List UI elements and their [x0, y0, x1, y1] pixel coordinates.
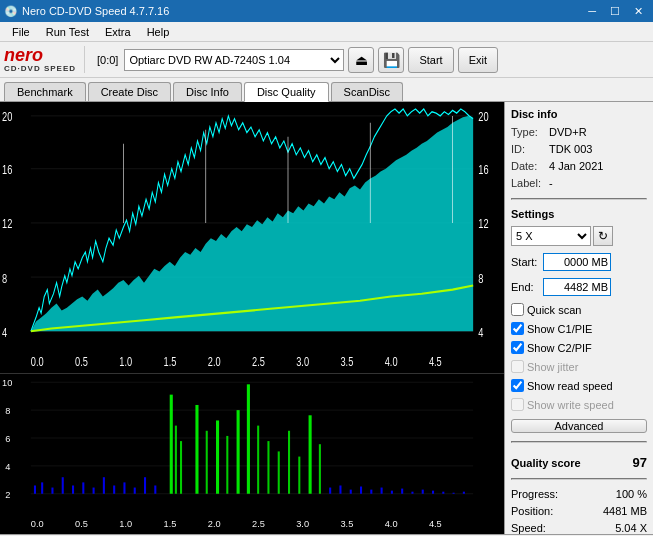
menu-bar: File Run Test Extra Help	[0, 22, 653, 42]
menu-file[interactable]: File	[4, 24, 38, 40]
upper-chart-svg: 20 16 12 8 4 20 16 12 8 4 0.0 0.5 1.0 1.…	[0, 102, 504, 373]
end-row: End:	[511, 278, 647, 296]
svg-text:2: 2	[5, 490, 10, 500]
show-c1pie-label: Show C1/PIE	[527, 323, 592, 335]
svg-rect-69	[195, 405, 198, 494]
svg-rect-92	[432, 491, 434, 494]
svg-rect-90	[411, 492, 413, 494]
progress-row: Progress: 100 %	[511, 488, 647, 500]
position-value: 4481 MB	[603, 505, 647, 517]
menu-run-test[interactable]: Run Test	[38, 24, 97, 40]
close-button[interactable]: ✕	[628, 4, 649, 19]
tab-benchmark[interactable]: Benchmark	[4, 82, 86, 101]
show-read-speed-label: Show read speed	[527, 380, 613, 392]
svg-text:3.5: 3.5	[340, 355, 353, 369]
svg-rect-55	[51, 488, 53, 494]
show-c2pif-checkbox[interactable]	[511, 341, 524, 354]
end-label: End:	[511, 281, 543, 293]
svg-text:1.5: 1.5	[164, 355, 177, 369]
start-button[interactable]: Start	[408, 47, 453, 73]
menu-help[interactable]: Help	[139, 24, 178, 40]
start-label: Start:	[511, 256, 543, 268]
svg-rect-89	[401, 489, 403, 494]
svg-text:20: 20	[478, 110, 488, 124]
drive-label: [0:0]	[97, 54, 118, 66]
disc-type-row: Type: DVD+R	[511, 126, 647, 138]
svg-text:4.0: 4.0	[385, 519, 398, 529]
disc-date-value: 4 Jan 2021	[549, 160, 603, 172]
tab-disc-info[interactable]: Disc Info	[173, 82, 242, 101]
show-jitter-checkbox[interactable]	[511, 360, 524, 373]
drive-select[interactable]: Optiarc DVD RW AD-7240S 1.04	[124, 49, 344, 71]
svg-rect-53	[34, 485, 36, 493]
show-write-speed-label: Show write speed	[527, 399, 614, 411]
tab-disc-quality[interactable]: Disc Quality	[244, 82, 329, 102]
svg-rect-77	[278, 451, 280, 493]
svg-rect-75	[257, 426, 259, 494]
svg-rect-85	[360, 487, 362, 494]
speed-select[interactable]: 5 X 1 X 2 X 4 X 8 X MAX	[511, 226, 591, 246]
svg-rect-61	[113, 485, 115, 493]
svg-rect-70	[206, 431, 208, 494]
svg-rect-91	[422, 490, 424, 494]
disc-label-label: Label:	[511, 177, 549, 189]
speed-row: 5 X 1 X 2 X 4 X 8 X MAX ↻	[511, 226, 647, 246]
svg-text:8: 8	[478, 271, 483, 285]
svg-rect-81	[319, 444, 321, 494]
svg-text:12: 12	[478, 217, 488, 231]
svg-text:0.0: 0.0	[31, 355, 44, 369]
show-c1pie-row: Show C1/PIE	[511, 322, 647, 335]
svg-rect-62	[123, 482, 125, 493]
quick-scan-label: Quick scan	[527, 304, 581, 316]
menu-extra[interactable]: Extra	[97, 24, 139, 40]
svg-text:2.0: 2.0	[208, 519, 221, 529]
svg-rect-57	[72, 485, 74, 493]
svg-rect-93	[442, 492, 444, 494]
show-write-speed-row: Show write speed	[511, 398, 647, 411]
refresh-button[interactable]: ↻	[593, 226, 613, 246]
minimize-button[interactable]: ─	[582, 4, 602, 19]
end-input[interactable]	[543, 278, 611, 296]
svg-text:4.5: 4.5	[429, 519, 442, 529]
svg-rect-82	[329, 488, 331, 494]
save-button[interactable]: 💾	[378, 47, 404, 73]
maximize-button[interactable]: ☐	[604, 4, 626, 19]
svg-rect-73	[237, 410, 240, 494]
speed-label: Speed:	[511, 522, 546, 534]
svg-rect-58	[82, 482, 84, 493]
upper-chart: 20 16 12 8 4 20 16 12 8 4 0.0 0.5 1.0 1.…	[0, 102, 504, 374]
advanced-button[interactable]: Advanced	[511, 419, 647, 433]
show-jitter-label: Show jitter	[527, 361, 578, 373]
disc-type-value: DVD+R	[549, 126, 587, 138]
svg-rect-71	[216, 420, 219, 493]
start-input[interactable]	[543, 253, 611, 271]
svg-text:16: 16	[2, 163, 12, 177]
quick-scan-checkbox[interactable]	[511, 303, 524, 316]
show-read-speed-checkbox[interactable]	[511, 379, 524, 392]
svg-text:2.5: 2.5	[252, 355, 265, 369]
disc-label-value: -	[549, 177, 553, 189]
tab-scan-disc[interactable]: ScanDisc	[331, 82, 403, 101]
svg-rect-78	[288, 431, 290, 494]
svg-text:1.0: 1.0	[119, 355, 132, 369]
svg-rect-83	[339, 485, 341, 493]
tab-create-disc[interactable]: Create Disc	[88, 82, 171, 101]
disc-label-row: Label: -	[511, 177, 647, 189]
svg-text:8: 8	[5, 406, 10, 416]
svg-rect-63	[134, 488, 136, 494]
title-bar: 💿 Nero CD-DVD Speed 4.7.7.16 ─ ☐ ✕	[0, 0, 653, 22]
app-icon: 💿	[4, 5, 18, 18]
svg-text:1.0: 1.0	[119, 519, 132, 529]
svg-text:3.0: 3.0	[296, 519, 309, 529]
svg-text:0.5: 0.5	[75, 355, 88, 369]
disc-id-value: TDK 003	[549, 143, 592, 155]
logo-area: nero CD·DVD SPEED	[4, 46, 85, 73]
svg-rect-59	[93, 488, 95, 494]
show-c1pie-checkbox[interactable]	[511, 322, 524, 335]
lower-chart: 10 8 6 4 2 0.0 0.5 1.0 1.5 2.0 2.5 3.0 3…	[0, 374, 504, 534]
eject-button[interactable]: ⏏	[348, 47, 374, 73]
svg-text:16: 16	[478, 163, 488, 177]
svg-text:0.0: 0.0	[31, 519, 44, 529]
show-write-speed-checkbox[interactable]	[511, 398, 524, 411]
exit-button[interactable]: Exit	[458, 47, 498, 73]
